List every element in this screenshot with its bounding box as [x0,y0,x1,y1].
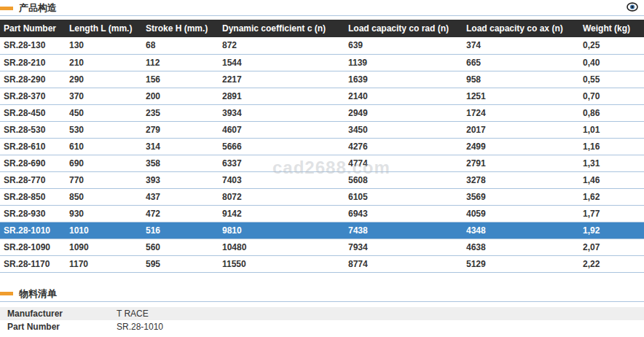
load-rad-cell: 7934 [345,239,463,255]
load-ax-cell: 2791 [463,155,579,171]
load-rad-cell: 4276 [345,138,463,155]
stroke-cell: 156 [142,71,219,88]
stroke-cell: 358 [142,155,219,171]
table-row[interactable]: SR.28-130 130 68 872 639 374 0,25 [0,37,644,54]
stroke-cell: 516 [142,222,219,239]
weight-cell: 1,92 [579,222,644,239]
load-rad-cell: 6943 [345,205,463,222]
bom-row: Manufacturer T RACE [0,307,644,320]
load-ax-cell: 958 [463,71,579,88]
length-cell: 370 [66,88,142,104]
table-row[interactable]: SR.28-530 530 279 4607 3450 2017 1,01 [0,121,644,138]
load-ax-cell: 2499 [463,138,579,155]
dynamic-coefficient-cell: 9810 [219,222,345,239]
weight-cell: 1,62 [579,188,644,205]
dynamic-coefficient-cell: 5666 [219,138,345,155]
table-row[interactable]: SR.28-770 770 393 7403 5608 3278 1,46 [0,171,644,188]
part-number-cell: SR.28-530 [0,121,66,138]
stroke-cell: 472 [142,205,219,222]
bom-label-part-number: Part Number [0,320,109,333]
weight-cell: 1,16 [579,138,644,155]
stroke-cell: 200 [142,88,219,104]
dynamic-coefficient-cell: 3934 [219,104,345,121]
table-row[interactable]: SR.28-850 850 437 8072 6105 3569 1,62 [0,188,644,205]
table-row[interactable]: SR.28-450 450 235 3934 2949 1724 0,86 [0,104,644,121]
stroke-cell: 560 [142,239,219,255]
product-section-header[interactable]: 产品构造 [0,0,644,16]
table-row[interactable]: SR.28-690 690 358 6337 4774 2791 1,31 [0,155,644,171]
length-cell: 610 [66,138,142,155]
stroke-cell: 68 [142,37,219,54]
length-cell: 130 [66,37,142,54]
parts-table-header-row: Part Number Length L (mm.) Stroke H (mm.… [0,20,644,37]
length-cell: 1170 [66,255,142,272]
dynamic-coefficient-cell: 2891 [219,88,345,104]
column-header-part-number: Part Number [0,20,66,37]
dynamic-coefficient-cell: 10480 [219,239,345,255]
load-rad-cell: 2949 [345,104,463,121]
stroke-cell: 235 [142,104,219,121]
dynamic-coefficient-cell: 872 [219,37,345,54]
stroke-cell: 279 [142,121,219,138]
collapse-minus-icon[interactable] [0,7,13,10]
table-row[interactable]: SR.28-1090 1090 560 10480 7934 4638 2,07 [0,239,644,255]
column-header-load-ax: Load capacity co ax (n) [463,20,579,37]
length-cell: 290 [66,71,142,88]
part-number-cell: SR.28-290 [0,71,66,88]
part-number-cell: SR.28-1090 [0,239,66,255]
weight-cell: 1,77 [579,205,644,222]
table-row[interactable]: SR.28-1010 1010 516 9810 7438 4348 1,92 [0,222,644,239]
load-ax-cell: 4638 [463,239,579,255]
part-number-cell: SR.28-770 [0,171,66,188]
stroke-cell: 393 [142,171,219,188]
parts-table-body: SR.28-130 130 68 872 639 374 0,25 SR.28-… [0,37,644,272]
part-number-cell: SR.28-450 [0,104,66,121]
table-row[interactable]: SR.28-210 210 112 1544 1139 665 0,40 [0,54,644,71]
part-number-cell: SR.28-1170 [0,255,66,272]
table-row[interactable]: SR.28-290 290 156 2217 1639 958 0,55 [0,71,644,88]
load-rad-cell: 2140 [345,88,463,104]
load-ax-cell: 3569 [463,188,579,205]
visibility-eye-icon[interactable] [627,1,638,11]
bom-label-manufacturer: Manufacturer [0,307,109,320]
length-cell: 450 [66,104,142,121]
table-row[interactable]: SR.28-370 370 200 2891 2140 1251 0,70 [0,88,644,104]
load-rad-cell: 1639 [345,71,463,88]
bom-row: Part Number SR.28-1010 [0,320,644,333]
table-row[interactable]: SR.28-610 610 314 5666 4276 2499 1,16 [0,138,644,155]
weight-cell: 0,40 [579,54,644,71]
load-ax-cell: 1251 [463,88,579,104]
part-number-cell: SR.28-370 [0,88,66,104]
bom-section: 物料清单 Manufacturer T RACE Part Number SR.… [0,286,644,333]
load-rad-cell: 6105 [345,188,463,205]
weight-cell: 1,01 [579,121,644,138]
dynamic-coefficient-cell: 1544 [219,54,345,71]
load-ax-cell: 665 [463,54,579,71]
stroke-cell: 112 [142,54,219,71]
table-row[interactable]: SR.28-1170 1170 595 11550 8774 5129 2,22 [0,255,644,272]
length-cell: 210 [66,54,142,71]
bom-table: Manufacturer T RACE Part Number SR.28-10… [0,307,644,333]
load-ax-cell: 4059 [463,205,579,222]
load-ax-cell: 3278 [463,171,579,188]
parts-table: Part Number Length L (mm.) Stroke H (mm.… [0,20,644,273]
dynamic-coefficient-cell: 11550 [219,255,345,272]
load-rad-cell: 3450 [345,121,463,138]
load-ax-cell: 5129 [463,255,579,272]
load-rad-cell: 639 [345,37,463,54]
bom-section-header[interactable]: 物料清单 [0,286,644,302]
column-header-weight: Weight (kg) [579,20,644,37]
load-rad-cell: 4774 [345,155,463,171]
collapse-minus-icon[interactable] [0,292,13,295]
dynamic-coefficient-cell: 4607 [219,121,345,138]
part-number-cell: SR.28-1010 [0,222,66,239]
part-number-cell: SR.28-930 [0,205,66,222]
load-ax-cell: 4348 [463,222,579,239]
table-row[interactable]: SR.28-930 930 472 9142 6943 4059 1,77 [0,205,644,222]
dynamic-coefficient-cell: 7403 [219,171,345,188]
product-section-title: 产品构造 [19,3,57,13]
bom-value-manufacturer: T RACE [109,307,644,320]
stroke-cell: 437 [142,188,219,205]
length-cell: 930 [66,205,142,222]
part-number-cell: SR.28-690 [0,155,66,171]
